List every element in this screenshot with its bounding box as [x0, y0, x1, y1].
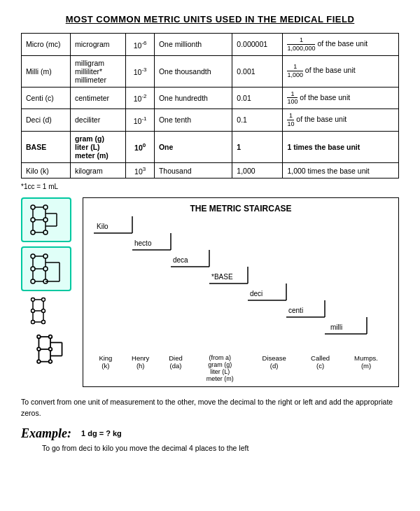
example-description: To go from deci to kilo you move the dec…	[42, 444, 399, 452]
table-fraction: 11,000 of the base unit	[283, 55, 399, 87]
svg-point-18	[31, 267, 35, 271]
circuit-svg-2	[26, 251, 66, 287]
staircase-diagram: THE METRIC STAIRCASE	[83, 197, 399, 387]
svg-point-3	[43, 218, 48, 222]
icons-column	[21, 197, 77, 367]
table-prefix: Micro (mc)	[22, 34, 71, 56]
table-value: 1,000	[232, 162, 283, 178]
svg-point-5	[43, 230, 48, 234]
mnemonic-k: (k)	[92, 362, 120, 370]
table-unit: gram (g) liter (L) meter (m)	[71, 131, 126, 162]
mnemonic-liter: liter (L)	[192, 368, 247, 375]
table-fraction: 11,000,000 of the base unit	[283, 34, 399, 56]
mnemonic-c: (c)	[301, 362, 340, 370]
svg-text:Kilo: Kilo	[97, 223, 108, 230]
mnemonic-h: (h)	[122, 362, 159, 370]
table-prefix: Centi (c)	[22, 87, 71, 109]
table-fraction: 1 times the base unit	[283, 131, 399, 162]
table-description: One hundredth	[154, 87, 232, 109]
table-description: One millionth	[154, 34, 232, 56]
circuit-icon-4	[32, 333, 69, 367]
table-unit: milligram milliliter* millimeter	[71, 55, 126, 87]
table-value: 0.1	[232, 109, 283, 132]
table-power: 10-3	[126, 55, 154, 87]
table-description: Thousand	[154, 162, 232, 178]
table-power: 10-1	[126, 109, 154, 132]
svg-point-2	[31, 218, 35, 222]
circuit-svg-4	[32, 333, 69, 367]
staircase-title: THE METRIC STAIRCASE	[90, 204, 391, 214]
table-fraction: 1100 of the base unit	[283, 87, 399, 109]
metric-table: Micro (mc)microgram10-6One millionth0.00…	[21, 33, 399, 178]
svg-point-36	[31, 321, 35, 324]
table-fraction: 110 of the base unit	[283, 109, 399, 132]
table-value: 0.000001	[232, 34, 283, 56]
svg-text:centi: centi	[288, 307, 303, 314]
svg-text:*BASE: *BASE	[211, 273, 233, 281]
svg-point-45	[37, 335, 41, 339]
table-power: 10-2	[126, 87, 154, 109]
svg-point-20	[31, 279, 35, 284]
table-unit: centimeter	[71, 87, 126, 109]
example-equation: 1 dg = ? kg	[81, 429, 122, 438]
mnemonic-m: (m)	[342, 362, 390, 370]
table-unit: deciliter	[71, 109, 126, 132]
svg-point-50	[49, 360, 52, 363]
svg-point-47	[37, 348, 41, 351]
table-description: One	[154, 131, 232, 162]
table-unit: kilogram	[71, 162, 126, 178]
circuit-svg-1	[26, 202, 66, 238]
svg-point-17	[43, 254, 48, 258]
mnemonic-henry: Henry	[122, 354, 159, 362]
table-power: 10-6	[126, 34, 154, 56]
staircase-section: THE METRIC STAIRCASE	[21, 197, 399, 387]
page-title: MOST COMMON METRIC UNITS USED IN THE MED…	[21, 14, 399, 24]
table-unit: microgram	[71, 34, 126, 56]
example-header: Example: 1 dg = ? kg	[21, 426, 399, 441]
svg-point-49	[37, 360, 41, 363]
mnemonic-called: Called	[301, 354, 340, 362]
svg-point-48	[49, 348, 52, 351]
mnemonic-table: King (k) Henry (h) Died (da) (from a) gr…	[90, 354, 391, 382]
svg-point-35	[42, 309, 46, 313]
svg-point-46	[49, 335, 52, 339]
svg-point-19	[43, 267, 48, 271]
table-prefix: Milli (m)	[22, 55, 71, 87]
table-value: 0.001	[232, 55, 283, 87]
table-value: 1	[232, 131, 283, 162]
mnemonic-died: Died	[162, 354, 190, 362]
svg-text:deci: deci	[250, 290, 262, 298]
svg-point-1	[43, 205, 48, 209]
table-prefix: BASE	[22, 131, 71, 162]
mnemonic-meter: meter (m)	[192, 375, 247, 382]
mnemonic-king: King	[92, 354, 120, 362]
circuit-icon-1	[21, 197, 71, 242]
mnemonic-gram: gram (g)	[192, 361, 247, 368]
table-prefix: Kilo (k)	[22, 162, 71, 178]
table-power: 103	[126, 162, 154, 178]
table-description: One thousandth	[154, 55, 232, 87]
table-value: 0.01	[232, 87, 283, 109]
svg-point-0	[31, 205, 35, 209]
svg-text:milli: milli	[330, 323, 342, 331]
mnemonic-froma: (from a)	[192, 354, 247, 361]
svg-point-4	[31, 230, 35, 234]
svg-text:hecto: hecto	[134, 239, 152, 247]
svg-point-37	[42, 321, 46, 324]
mnemonic-mumps: Mumps.	[342, 354, 390, 362]
convert-text: To convert from one unit of measurement …	[21, 397, 399, 419]
table-prefix: Deci (d)	[22, 109, 71, 132]
mnemonic-da: (da)	[162, 362, 190, 370]
svg-point-32	[31, 298, 35, 302]
circuit-icon-3	[21, 295, 71, 329]
staircase-svg: Kilo hecto deca *BASE deci centi milli	[90, 216, 391, 353]
table-fraction: 1,000 times the base unit	[283, 162, 399, 178]
table-power: 100	[126, 131, 154, 162]
example-title-label: Example:	[21, 426, 71, 441]
mnemonic-d: (d)	[250, 362, 298, 370]
svg-point-33	[42, 298, 46, 302]
mnemonic-disease: Disease	[250, 354, 298, 362]
circuit-icon-2	[21, 246, 71, 291]
table-description: One tenth	[154, 109, 232, 132]
svg-text:deca: deca	[173, 256, 188, 264]
